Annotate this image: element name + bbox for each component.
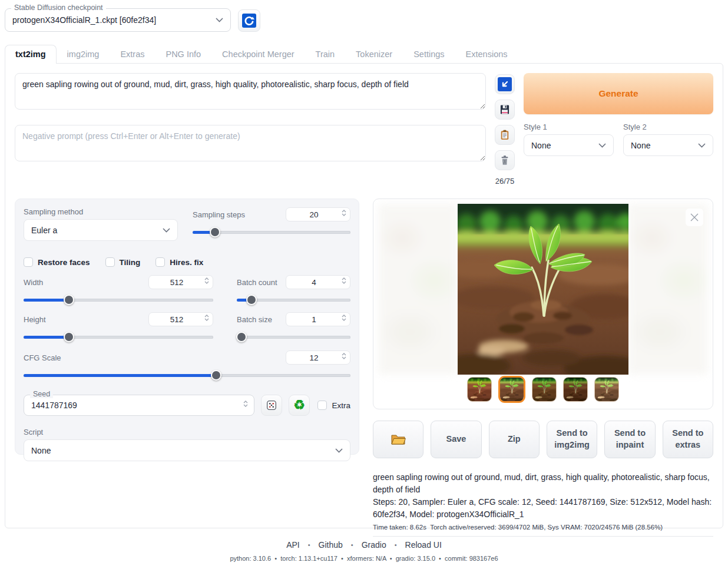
generate-button[interactable]: Generate (524, 73, 713, 114)
tab-img2img[interactable]: img2img (57, 45, 110, 63)
tab-tokenizer[interactable]: Tokenizer (345, 45, 403, 63)
dot-separator: • (308, 541, 310, 548)
slider-thumb[interactable] (236, 332, 247, 342)
width-label: Width (24, 278, 43, 287)
apply-style-button[interactable] (495, 125, 515, 145)
hires-fix-checkbox[interactable]: Hires. fix (155, 257, 203, 267)
stepper-icon[interactable] (342, 353, 346, 359)
close-gallery-button[interactable] (686, 209, 703, 226)
tab-checkpoint-merger[interactable]: Checkpoint Merger (211, 45, 305, 63)
slider-thumb[interactable] (210, 227, 220, 237)
sampling-steps-input[interactable] (286, 207, 350, 221)
sampling-method-value: Euler a (31, 226, 57, 235)
batch-size-input[interactable] (286, 312, 350, 326)
restore-faces-checkbox[interactable]: Restore faces (24, 257, 90, 267)
seed-field[interactable]: Seed (24, 395, 254, 416)
chevron-down-icon (216, 18, 223, 22)
style1-dropdown[interactable]: None (524, 134, 614, 156)
save-button[interactable]: Save (431, 421, 481, 458)
clear-prompt-button[interactable] (495, 150, 515, 170)
footer-link-reload-ui[interactable]: Reload UI (405, 540, 442, 550)
tab-extensions[interactable]: Extensions (455, 45, 518, 63)
generation-settings-panel: Sampling method Euler a Sampling steps (15, 199, 359, 455)
chevron-down-icon (698, 143, 706, 148)
width-input[interactable] (148, 275, 213, 289)
batch-count-label: Batch count (237, 278, 277, 287)
thumbnail[interactable] (594, 377, 619, 402)
thumbnail[interactable] (467, 377, 492, 402)
recycle-icon: ♻ (294, 399, 306, 412)
send-to-img2img-button[interactable]: Send to img2img (547, 421, 597, 458)
sampling-method-dropdown[interactable]: Euler a (24, 219, 178, 241)
seed-input[interactable] (24, 395, 254, 415)
arrow-down-left-icon (498, 77, 512, 91)
checkpoint-label: Stable Diffusion checkpoint (11, 4, 106, 12)
paste-params-button[interactable] (495, 74, 515, 94)
sampling-steps-label: Sampling steps (193, 210, 245, 219)
thumbnail-selected[interactable] (498, 376, 525, 403)
thumbnail[interactable] (532, 377, 557, 402)
thumbnail[interactable] (563, 377, 588, 402)
checkpoint-value: protogenX34OfficialR_1.ckpt [60fe2f34] (12, 15, 156, 25)
versions-text: python: 3.10.6 • torch: 1.13.1+cu117 • x… (0, 555, 728, 562)
footer-link-github[interactable]: Github (319, 540, 343, 550)
style1-label: Style 1 (524, 123, 614, 131)
stepper-icon[interactable] (204, 315, 209, 321)
negative-prompt-input[interactable] (15, 125, 486, 161)
slider-thumb[interactable] (211, 370, 221, 381)
batch-size-slider[interactable] (237, 332, 350, 342)
slider-thumb[interactable] (64, 332, 74, 342)
token-counter: 26/75 (495, 177, 515, 186)
prompt-input[interactable]: green sapling rowing out of ground, mud,… (15, 73, 486, 110)
script-dropdown[interactable]: None (24, 439, 350, 461)
style2-dropdown[interactable]: None (623, 134, 713, 156)
footer: API • Github • Gradio • Reload UI python… (0, 540, 728, 562)
refresh-checkpoints-button[interactable] (238, 9, 260, 32)
slider-thumb[interactable] (64, 295, 74, 305)
stepper-icon[interactable] (204, 277, 209, 284)
save-style-button[interactable] (495, 100, 515, 120)
open-folder-button[interactable] (373, 421, 423, 458)
dot-separator: • (351, 541, 353, 548)
seed-label: Seed (30, 390, 53, 398)
tab-bar: txt2img img2img Extras PNG Info Checkpoi… (5, 45, 723, 63)
stepper-icon[interactable] (342, 315, 346, 321)
zip-button[interactable]: Zip (489, 421, 540, 458)
reuse-seed-button[interactable]: ♻ (289, 395, 310, 416)
cfg-scale-input[interactable] (286, 350, 350, 365)
batch-count-input[interactable] (286, 275, 350, 289)
stepper-icon[interactable] (342, 210, 346, 216)
info-prompt-text: green sapling rowing out of ground, mud,… (373, 471, 713, 496)
width-slider[interactable] (24, 295, 213, 305)
height-label: Height (24, 315, 46, 324)
send-to-extras-button[interactable]: Send to extras (663, 421, 713, 458)
stepper-icon[interactable] (342, 277, 346, 284)
checkbox-icon (24, 257, 33, 267)
extra-seed-checkbox[interactable]: Extra (317, 401, 350, 410)
height-slider[interactable] (24, 332, 213, 342)
tab-png-info[interactable]: PNG Info (155, 45, 211, 63)
tab-extras[interactable]: Extras (110, 45, 155, 63)
top-bar: Stable Diffusion checkpoint protogenX34O… (0, 0, 728, 32)
stepper-icon[interactable] (243, 401, 248, 407)
output-gallery (373, 199, 713, 409)
footer-link-api[interactable]: API (286, 540, 300, 550)
style2-label: Style 2 (623, 123, 713, 131)
checkbox-icon (105, 257, 115, 267)
height-input[interactable] (148, 312, 213, 326)
cfg-scale-slider[interactable] (24, 370, 350, 381)
tab-train[interactable]: Train (305, 45, 346, 63)
slider-thumb[interactable] (246, 295, 257, 305)
batch-count-slider[interactable] (237, 295, 350, 305)
sampling-steps-slider[interactable] (193, 227, 350, 237)
tiling-checkbox[interactable]: Tiling (105, 257, 141, 267)
random-seed-button[interactable] (261, 395, 282, 416)
tab-settings[interactable]: Settings (403, 45, 455, 63)
tab-txt2img[interactable]: txt2img (5, 45, 57, 64)
send-to-inpaint-button[interactable]: Send to inpaint (604, 421, 655, 458)
style1-value: None (531, 141, 551, 150)
footer-link-gradio[interactable]: Gradio (362, 540, 386, 550)
thumbnail-strip (373, 377, 713, 403)
checkpoint-dropdown[interactable]: protogenX34OfficialR_1.ckpt [60fe2f34] (5, 9, 230, 31)
generated-image[interactable] (458, 204, 628, 375)
